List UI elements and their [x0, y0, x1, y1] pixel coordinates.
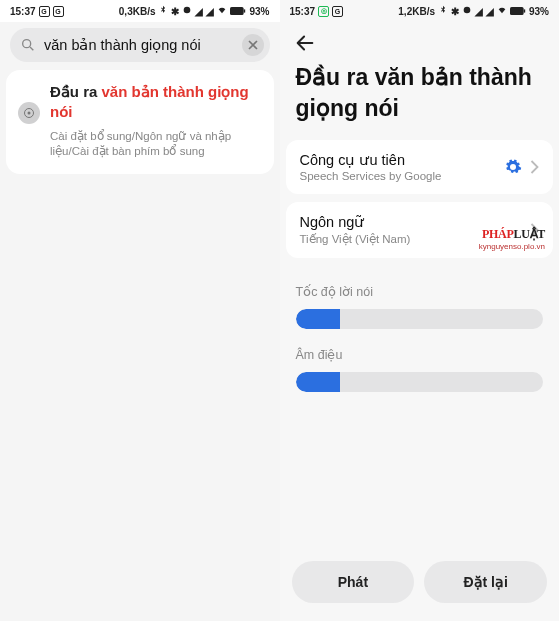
search-input[interactable] [44, 37, 234, 53]
status-bar: 15:37 G G 0,3KB/s ✱ ◢ ◢ 93% [0, 0, 280, 22]
settings-subpage-icon [18, 102, 40, 124]
google-icon: G [39, 6, 50, 17]
signal-icon: ◢ [475, 6, 483, 17]
bluetooth-icon [158, 5, 168, 17]
pitch-section: Âm điệu [296, 347, 544, 392]
chevron-right-icon [530, 160, 539, 174]
status-bar: 15:37 ◎ G 1,2KB/s ✱ ◢ ◢ 93% [280, 0, 560, 22]
signal2-icon: ◢ [486, 6, 494, 17]
screen-tts-settings: 15:37 ◎ G 1,2KB/s ✱ ◢ ◢ 93% Đầu r [280, 0, 560, 621]
alarm-icon [182, 5, 192, 17]
engine-settings-button[interactable] [504, 158, 522, 176]
wifi-icon [497, 5, 507, 17]
battery-icon [510, 6, 526, 16]
clear-button[interactable] [242, 34, 264, 56]
result-text: Đầu ra văn bản thành giọng nói Cài đặt b… [50, 82, 262, 160]
bluetooth-icon [438, 5, 448, 17]
status-battery: 93% [529, 6, 549, 17]
screen-search: 15:37 G G 0,3KB/s ✱ ◢ ◢ 93% [0, 0, 280, 621]
result-title: Đầu ra văn bản thành giọng nói [50, 82, 262, 123]
status-time: 15:37 [10, 6, 36, 17]
pitch-slider[interactable] [296, 372, 544, 392]
item-title: Ngôn ngữ [300, 214, 523, 230]
svg-line-3 [30, 47, 33, 50]
button-row: Phát Đặt lại [280, 561, 560, 621]
wifi-icon [217, 5, 227, 17]
svg-rect-6 [510, 7, 524, 15]
signal-icon: ◢ [195, 6, 203, 17]
item-subtitle: Speech Services by Google [300, 170, 497, 182]
status-battery: 93% [249, 6, 269, 17]
language-item[interactable]: Ngôn ngữ Tiếng Việt (Việt Nam) [286, 202, 554, 258]
status-net: 1,2KB/s [398, 6, 435, 17]
slider-fill [296, 309, 341, 329]
search-icon [20, 37, 36, 53]
result-subtitle: Cài đặt bổ sung/Ngôn ngữ và nhập liệu/Cà… [50, 129, 262, 160]
svg-point-5 [28, 112, 31, 115]
status-time: 15:37 [290, 6, 316, 17]
back-button[interactable] [280, 22, 560, 58]
svg-rect-1 [244, 9, 246, 12]
app-g-icon: G [53, 6, 64, 17]
speech-rate-section: Tốc độ lời nói [296, 284, 544, 329]
dnd-icon: ✱ [171, 6, 179, 17]
slider-label: Tốc độ lời nói [296, 284, 544, 299]
chevron-right-icon [530, 223, 539, 237]
app-g-icon: G [332, 6, 343, 17]
search-result[interactable]: Đầu ra văn bản thành giọng nói Cài đặt b… [6, 70, 274, 174]
page-title: Đầu ra văn bản thành giọng nói [280, 58, 560, 140]
dnd-icon: ✱ [451, 6, 459, 17]
svg-rect-7 [524, 9, 526, 12]
close-icon [248, 40, 258, 50]
status-net: 0,3KB/s [119, 6, 156, 17]
alarm-icon [462, 5, 472, 17]
svg-point-2 [23, 40, 31, 48]
item-title: Công cụ ưu tiên [300, 152, 497, 168]
app-icon: ◎ [318, 6, 329, 17]
slider-label: Âm điệu [296, 347, 544, 362]
search-bar[interactable] [10, 28, 270, 62]
preferred-engine-item[interactable]: Công cụ ưu tiên Speech Services by Googl… [286, 140, 554, 194]
play-button[interactable]: Phát [292, 561, 415, 603]
signal2-icon: ◢ [206, 6, 214, 17]
battery-icon [230, 6, 246, 16]
speech-rate-slider[interactable] [296, 309, 544, 329]
slider-fill [296, 372, 341, 392]
arrow-left-icon [294, 32, 316, 54]
item-subtitle: Tiếng Việt (Việt Nam) [300, 232, 523, 246]
svg-rect-0 [230, 7, 244, 15]
reset-button[interactable]: Đặt lại [424, 561, 547, 603]
